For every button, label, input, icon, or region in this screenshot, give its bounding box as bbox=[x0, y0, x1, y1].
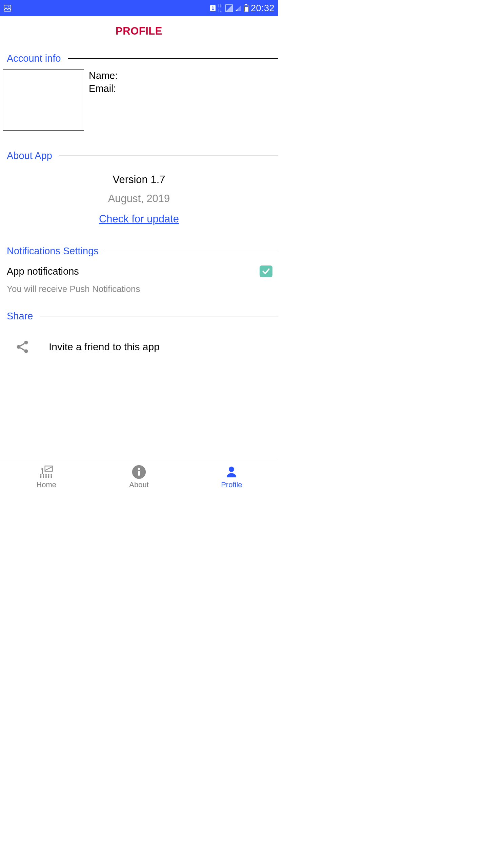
share-icon bbox=[15, 339, 30, 355]
status-bar: 1 H+↑↓ 20:32 bbox=[0, 0, 278, 16]
divider bbox=[59, 156, 278, 156]
section-account-header: Account info bbox=[0, 53, 278, 64]
svg-point-14 bbox=[45, 474, 46, 475]
svg-point-16 bbox=[50, 474, 52, 475]
divider bbox=[105, 251, 278, 251]
svg-point-8 bbox=[24, 349, 28, 353]
section-account-title: Account info bbox=[7, 53, 68, 64]
section-notifications-title: Notifications Settings bbox=[7, 245, 105, 257]
about-block: Version 1.7 August, 2019 Check for updat… bbox=[0, 174, 278, 225]
battery-icon bbox=[244, 4, 249, 12]
signal-icon bbox=[225, 4, 233, 12]
account-info-row: Name: Email: bbox=[0, 70, 278, 131]
nav-home-label: Home bbox=[36, 480, 56, 489]
nav-about-label: About bbox=[129, 480, 149, 489]
nav-profile[interactable]: Profile bbox=[185, 460, 278, 494]
nav-about[interactable]: About bbox=[93, 460, 185, 494]
svg-point-15 bbox=[48, 474, 49, 475]
avatar-placeholder bbox=[3, 70, 84, 131]
signal-2-icon bbox=[235, 5, 242, 12]
info-icon bbox=[131, 465, 146, 479]
invite-friend-row[interactable]: Invite a friend to this app bbox=[0, 327, 278, 355]
name-label: Name: bbox=[89, 70, 118, 82]
nav-home[interactable]: Home bbox=[0, 460, 93, 494]
account-fields: Name: Email: bbox=[89, 70, 118, 95]
divider bbox=[68, 58, 278, 59]
status-left bbox=[3, 4, 12, 12]
checkmark-icon bbox=[262, 267, 270, 276]
picture-icon bbox=[3, 4, 12, 12]
svg-point-1 bbox=[8, 6, 9, 7]
section-about-header: About App bbox=[0, 150, 278, 161]
version-text: Version 1.7 bbox=[0, 174, 278, 186]
sim-badge-icon: 1 bbox=[210, 5, 216, 11]
app-notifications-checkbox[interactable] bbox=[260, 265, 272, 277]
section-share-header: Share bbox=[0, 311, 278, 322]
svg-rect-18 bbox=[43, 476, 44, 478]
app-notifications-row[interactable]: App notifications bbox=[0, 262, 278, 278]
svg-point-12 bbox=[40, 474, 41, 475]
svg-rect-17 bbox=[40, 476, 41, 478]
section-notifications-header: Notifications Settings bbox=[0, 245, 278, 257]
svg-point-6 bbox=[24, 341, 28, 344]
svg-rect-21 bbox=[50, 476, 52, 478]
app-notifications-label: App notifications bbox=[7, 266, 79, 277]
svg-rect-24 bbox=[138, 471, 140, 476]
svg-point-10 bbox=[41, 468, 43, 470]
bottom-nav: Home About Profile bbox=[0, 460, 278, 494]
svg-rect-20 bbox=[48, 476, 49, 478]
status-right: 1 H+↑↓ 20:32 bbox=[210, 3, 274, 14]
section-about-title: About App bbox=[7, 150, 59, 161]
home-icon bbox=[39, 465, 54, 479]
page-title: PROFILE bbox=[0, 25, 278, 37]
check-update-link[interactable]: Check for update bbox=[99, 213, 179, 225]
svg-point-23 bbox=[138, 468, 140, 470]
invite-friend-text: Invite a friend to this app bbox=[49, 341, 160, 353]
email-label: Email: bbox=[89, 82, 118, 95]
clock-text: 20:32 bbox=[251, 3, 274, 14]
svg-point-25 bbox=[229, 467, 234, 472]
svg-point-7 bbox=[17, 345, 21, 349]
app-notifications-description: You will receive Push Notifications bbox=[0, 284, 278, 294]
svg-rect-19 bbox=[45, 476, 46, 478]
network-type-icon: H+↑↓ bbox=[218, 4, 223, 13]
nav-profile-label: Profile bbox=[221, 480, 242, 489]
svg-point-13 bbox=[43, 474, 44, 475]
svg-rect-11 bbox=[42, 470, 43, 474]
release-date-text: August, 2019 bbox=[0, 193, 278, 205]
divider bbox=[40, 316, 278, 316]
profile-icon bbox=[224, 465, 239, 479]
section-share-title: Share bbox=[7, 311, 40, 322]
svg-rect-5 bbox=[245, 7, 248, 12]
svg-rect-0 bbox=[4, 5, 11, 11]
